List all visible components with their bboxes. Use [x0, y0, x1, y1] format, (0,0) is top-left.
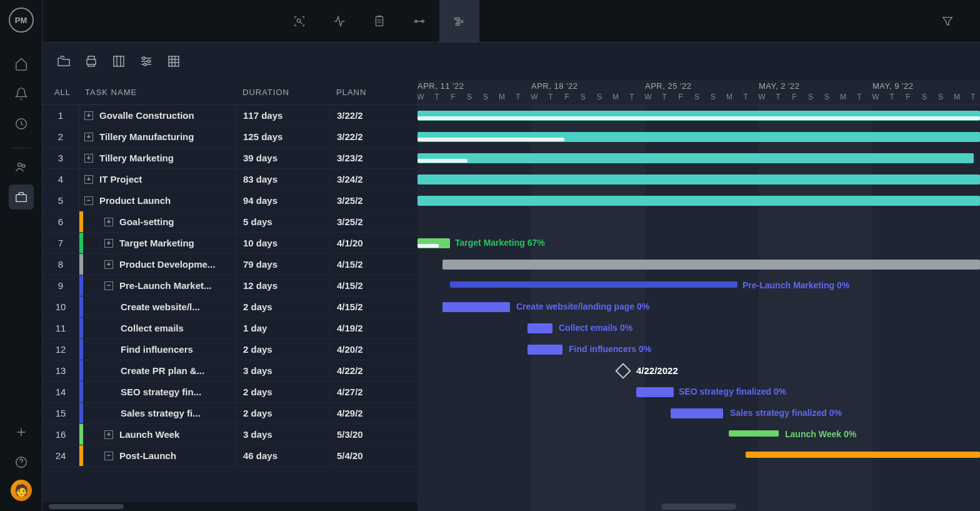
task-row[interactable]: 6+Goal-setting5 days3/25/2	[42, 211, 418, 233]
task-row[interactable]: 9−Pre-Launch Market...12 days4/15/2	[42, 275, 418, 296]
clock-icon[interactable]	[9, 111, 34, 136]
gantt-bar[interactable]	[636, 387, 674, 397]
gantt-header: APR, 11 '22APR, 18 '22APR, 25 '22MAY, 2 …	[418, 80, 980, 105]
expand-plus-icon[interactable]: +	[104, 430, 113, 439]
task-row[interactable]: 24−Post-Launch46 days5/4/20	[42, 445, 418, 467]
gantt-bar[interactable]	[418, 153, 974, 163]
gantt-bar[interactable]	[671, 408, 723, 418]
task-row[interactable]: 4+IT Project83 days3/24/2	[42, 169, 418, 190]
task-row[interactable]: 3+Tillery Marketing39 days3/23/2	[42, 148, 418, 169]
gantt-bar[interactable]	[442, 260, 980, 270]
task-row[interactable]: 10Create website/l...2 days4/15/2	[42, 296, 418, 318]
task-row[interactable]: 1+Govalle Construction117 days3/22/2	[42, 105, 418, 126]
day-label: M	[608, 93, 624, 101]
svg-point-14	[142, 57, 145, 59]
search-zoom-icon[interactable]	[279, 0, 319, 43]
task-row[interactable]: 16+Launch Week3 days5/3/20	[42, 424, 418, 445]
day-label: S	[932, 93, 949, 101]
task-row[interactable]: 12Find influencers2 days4/20/2	[42, 339, 418, 360]
expand-plus-icon[interactable]: +	[84, 154, 93, 163]
gantt-bar[interactable]	[729, 430, 779, 437]
sliders-icon[interactable]	[138, 53, 155, 70]
row-duration: 2 days	[236, 339, 330, 360]
row-number: 3	[42, 153, 79, 163]
gantt-bar[interactable]	[418, 175, 980, 185]
expand-plus-icon[interactable]: +	[84, 175, 93, 184]
task-row[interactable]: 5−Product Launch94 days3/25/2	[42, 190, 418, 211]
color-bar	[79, 339, 83, 360]
print-icon[interactable]	[82, 53, 100, 70]
col-header-duration[interactable]: DURATION	[236, 88, 330, 97]
briefcase-icon[interactable]	[9, 185, 34, 210]
secondary-toolbar	[42, 43, 980, 80]
row-number: 12	[42, 344, 79, 355]
row-name-cell: −Product Launch	[79, 190, 236, 211]
date-label: MAY, 9 '22	[872, 81, 914, 91]
task-row[interactable]: 13Create PR plan &...3 days4/22/2	[42, 360, 418, 382]
filter-icon[interactable]	[928, 0, 968, 43]
gantt-row	[418, 105, 980, 126]
gantt-bar[interactable]	[746, 452, 980, 458]
columns-icon[interactable]	[110, 53, 128, 70]
collapse-minus-icon[interactable]: −	[104, 452, 113, 460]
gantt-row: Collect emails 0%	[418, 318, 980, 339]
day-label: F	[786, 93, 802, 101]
row-planned: 4/1/20	[330, 233, 418, 253]
day-label: T	[770, 93, 786, 101]
bell-icon[interactable]	[9, 81, 34, 106]
link-icon[interactable]	[399, 0, 439, 43]
svg-point-15	[148, 60, 150, 63]
clipboard-icon[interactable]	[359, 0, 399, 43]
task-row[interactable]: 11Collect emails1 day4/19/2	[42, 318, 418, 339]
help-icon[interactable]	[9, 450, 34, 475]
row-duration: 5 days	[236, 211, 330, 232]
table-hscroll[interactable]	[42, 502, 418, 511]
grid-icon[interactable]	[165, 53, 182, 70]
row-number: 5	[42, 195, 79, 206]
milestone-diamond[interactable]	[615, 363, 631, 378]
gantt-hscroll[interactable]	[661, 503, 736, 510]
expand-plus-icon[interactable]: +	[104, 239, 113, 248]
plus-icon[interactable]	[9, 420, 34, 445]
task-row[interactable]: 8+Product Developme...79 days4/15/2	[42, 254, 418, 275]
collapse-minus-icon[interactable]: −	[104, 281, 113, 290]
activity-icon[interactable]	[319, 0, 359, 43]
gantt-chart[interactable]: APR, 11 '22APR, 18 '22APR, 25 '22MAY, 2 …	[418, 80, 980, 511]
day-label: T	[738, 93, 754, 101]
col-header-name[interactable]: TASK NAME	[79, 88, 236, 97]
gantt-bar[interactable]	[528, 345, 562, 355]
col-header-planned[interactable]: PLANN	[330, 88, 418, 97]
task-row[interactable]: 2+Tillery Manufacturing125 days3/22/2	[42, 126, 418, 148]
gantt-bar[interactable]	[442, 302, 510, 312]
gantt-row	[418, 126, 980, 148]
folder-icon[interactable]	[55, 53, 72, 70]
expand-plus-icon[interactable]: +	[104, 218, 113, 226]
expand-plus-icon[interactable]: +	[84, 133, 93, 141]
app-logo[interactable]: PM	[9, 8, 34, 33]
row-number: 11	[42, 323, 79, 333]
row-duration: 39 days	[236, 148, 330, 168]
day-label: W	[640, 93, 656, 101]
gantt-bar[interactable]	[450, 281, 738, 288]
gantt-view-icon[interactable]	[439, 0, 479, 43]
expand-plus-icon[interactable]: +	[104, 260, 113, 269]
row-planned: 3/22/2	[330, 105, 418, 126]
home-icon[interactable]	[9, 51, 34, 76]
top-toolbar	[42, 0, 980, 43]
milestone-label: 4/22/2022	[636, 365, 678, 376]
expand-plus-icon[interactable]: +	[84, 111, 93, 120]
row-name-cell: +IT Project	[79, 169, 236, 190]
task-row[interactable]: 7+Target Marketing10 days4/1/20	[42, 233, 418, 254]
gantt-bar[interactable]	[528, 323, 552, 333]
gantt-body[interactable]: Target Marketing 67%Pre-Launch Marketing…	[418, 105, 980, 511]
gantt-bar[interactable]	[418, 196, 980, 206]
task-row[interactable]: 15Sales strategy fi...2 days4/29/2	[42, 403, 418, 424]
user-avatar[interactable]: 🧑	[11, 480, 32, 501]
people-icon[interactable]	[9, 154, 34, 180]
task-row[interactable]: 14SEO strategy fin...2 days4/27/2	[42, 382, 418, 403]
collapse-minus-icon[interactable]: −	[84, 196, 93, 205]
task-name: Launch Week	[119, 429, 179, 440]
col-header-all[interactable]: ALL	[42, 88, 79, 97]
row-name-cell: Collect emails	[79, 318, 236, 338]
gantt-row: SEO strategy finalized 0%	[418, 382, 980, 403]
